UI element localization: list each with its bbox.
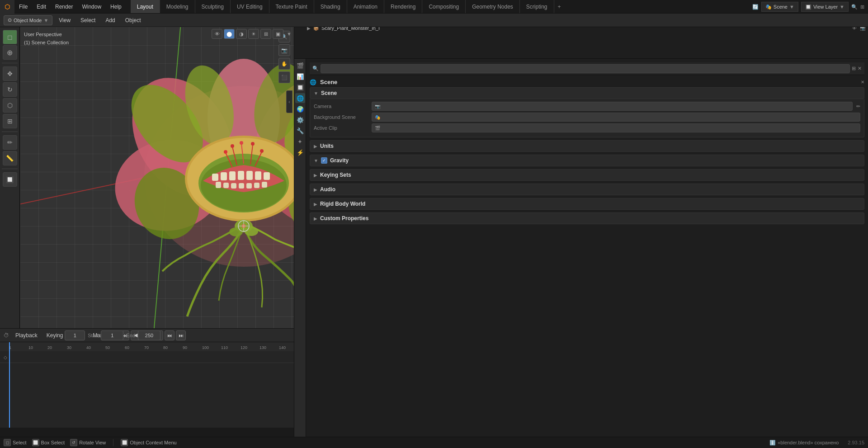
- props-options-btn[interactable]: ✕: [861, 80, 864, 85]
- hand-tool-btn[interactable]: ✋: [278, 58, 290, 70]
- timeline-icon-area: ⏱: [4, 332, 9, 339]
- timeline-playback[interactable]: Playback: [13, 330, 40, 340]
- props-tab-object[interactable]: ⚙️: [295, 115, 305, 125]
- props-tab-particles[interactable]: ✦: [295, 137, 305, 146]
- camera-edit-btn[interactable]: ✏: [856, 104, 860, 109]
- props-tab-render[interactable]: 🎬: [295, 61, 305, 71]
- sidebar-toggle[interactable]: ‹: [286, 90, 292, 113]
- tool-group-top: ◻ ⊕: [0, 30, 19, 60]
- props-section-header-custom-props[interactable]: ▶ Custom Properties: [310, 212, 864, 224]
- props-row-bg-scene: Background Scene 🎭: [314, 113, 860, 122]
- select-tool-btn[interactable]: ◻: [3, 30, 17, 44]
- mode-selector[interactable]: ⊙ Object Mode ▼: [4, 15, 52, 25]
- scene-selector[interactable]: 🎭 Scene ▼: [761, 2, 798, 12]
- timeline-keying[interactable]: Keying: [44, 330, 66, 340]
- tab-scripting[interactable]: Scripting: [520, 0, 554, 13]
- menu-help[interactable]: Help: [106, 0, 126, 13]
- tab-modeling[interactable]: Modeling: [160, 0, 195, 13]
- props-search-input[interactable]: [321, 64, 850, 73]
- tab-rendering[interactable]: Rendering: [384, 0, 422, 13]
- props-value-active-clip[interactable]: 🎬: [372, 123, 860, 132]
- jump-forward-btn[interactable]: ⏭: [165, 330, 175, 340]
- tab-sculpting[interactable]: Sculpting: [195, 0, 231, 13]
- tab-animation[interactable]: Animation: [347, 0, 384, 13]
- fullscreen-btn[interactable]: ⬛: [278, 71, 290, 83]
- header-add[interactable]: Add: [102, 15, 118, 25]
- overlays-btn[interactable]: ⊞: [260, 29, 271, 39]
- end-label: End: [126, 333, 135, 338]
- props-section-header-scene[interactable]: ▼ Scene: [310, 87, 864, 99]
- timeline-header: ⏱ Playback Keying View Marker ⏮ ⏭ ◀ ▶ ▶ …: [0, 328, 294, 342]
- cursor-tool-btn[interactable]: ⊕: [3, 45, 17, 60]
- frame-counter-area: 1 Start 1 End 250: [65, 330, 160, 340]
- rotate-tool-btn[interactable]: ↻: [3, 82, 17, 97]
- scale-tool-btn[interactable]: ⬡: [3, 98, 17, 113]
- tab-uv-editing[interactable]: UV Editing: [231, 0, 269, 13]
- xray-btn[interactable]: ▣: [273, 29, 283, 39]
- viewport-header-right: 👁 ⬤ ◑ ☀ ⊞ ▣ ▼: [212, 27, 292, 41]
- add-cube-btn[interactable]: 🔲: [3, 172, 17, 187]
- props-tab-modifier[interactable]: 🔧: [295, 126, 305, 136]
- rendered-btn[interactable]: ☀: [248, 29, 259, 39]
- view-layer-selector[interactable]: 🔲 View Layer ▼: [801, 2, 849, 12]
- render-preview-btn[interactable]: 👁: [212, 29, 222, 39]
- annotate-tool-btn[interactable]: ✏: [3, 135, 17, 150]
- props-section-header-rigid-body[interactable]: ▶ Rigid Body World: [310, 198, 864, 210]
- props-filter-btn[interactable]: ⊞: [852, 66, 856, 71]
- version-display: 2.93.15: [848, 440, 864, 445]
- mode-label: Object Mode: [14, 18, 42, 23]
- measure-tool-btn[interactable]: 📏: [3, 151, 17, 165]
- props-section-header-audio[interactable]: ▶ Audio: [310, 184, 864, 195]
- tab-shading[interactable]: Shading: [314, 0, 347, 13]
- props-close-btn[interactable]: ✕: [858, 66, 862, 71]
- go-to-end-btn[interactable]: ⏭: [176, 330, 186, 340]
- gravity-checkbox[interactable]: ✓: [321, 157, 327, 164]
- start-frame-input[interactable]: 1: [101, 330, 123, 340]
- props-tab-output[interactable]: 📊: [295, 71, 305, 81]
- tick-110: 110: [221, 345, 228, 350]
- props-tab-viewlayer[interactable]: 🔲: [295, 82, 305, 92]
- status-box-select[interactable]: ⬜ Box Select: [32, 439, 65, 446]
- tab-add[interactable]: +: [554, 0, 565, 13]
- current-frame-display[interactable]: 1: [65, 330, 85, 340]
- camera-view-btn[interactable]: 📷: [278, 44, 290, 56]
- status-context-menu[interactable]: ⬜ Object Context Menu: [121, 439, 176, 446]
- tab-geometry-nodes[interactable]: Geometry Nodes: [466, 0, 520, 13]
- props-label-bg-scene: Background Scene: [314, 114, 368, 120]
- header-object[interactable]: Object: [122, 15, 145, 25]
- header-view[interactable]: View: [55, 15, 74, 25]
- menu-window[interactable]: Window: [77, 0, 106, 13]
- section-title-keying: Keying Sets: [320, 172, 351, 178]
- props-tab-scene[interactable]: 🌐: [295, 93, 305, 103]
- header-dropdown-icon: ▼: [287, 31, 292, 37]
- move-tool-btn[interactable]: ✥: [3, 66, 17, 81]
- menu-edit[interactable]: Edit: [32, 0, 51, 13]
- transform-tool-btn[interactable]: ⊞: [3, 114, 17, 128]
- header-select[interactable]: Select: [77, 15, 99, 25]
- end-frame-input[interactable]: 250: [138, 330, 160, 340]
- props-value-bg-scene[interactable]: 🎭: [372, 113, 860, 122]
- toolbar-divider-2: [2, 132, 17, 132]
- menu-render[interactable]: Render: [51, 0, 77, 13]
- props-section-header-keying[interactable]: ▶ Keying Sets: [310, 169, 864, 181]
- viewport[interactable]: User Perspective (1) Scene Collection: [20, 27, 294, 330]
- props-value-camera[interactable]: 📷: [372, 102, 853, 111]
- top-menu-bar: ⬡ File Edit Render Window Help Layout Mo…: [0, 0, 868, 14]
- toolbar-divider-3: [2, 169, 17, 169]
- solid-view-btn[interactable]: ⬤: [224, 29, 235, 39]
- status-select[interactable]: ◻ Select: [4, 439, 27, 446]
- menu-file[interactable]: File: [14, 0, 32, 13]
- props-section-header-gravity[interactable]: ▼ ✓ Gravity: [310, 155, 864, 166]
- timeline-area[interactable]: 1 10 20 30 40 50 60 70 80 90 100 110 120…: [0, 342, 294, 428]
- section-arrow-audio: ▶: [314, 187, 317, 192]
- material-preview-btn[interactable]: ◑: [236, 29, 247, 39]
- props-tab-world[interactable]: 🌍: [295, 104, 305, 114]
- props-tab-physics[interactable]: ⚡: [295, 147, 305, 157]
- tab-texture-paint[interactable]: Texture Paint: [269, 0, 314, 13]
- status-rotate-view[interactable]: ↺ Rotate View: [70, 439, 106, 446]
- start-label: Start: [88, 333, 98, 338]
- tab-compositing[interactable]: Compositing: [422, 0, 466, 13]
- tick-30: 30: [67, 345, 71, 350]
- tab-layout[interactable]: Layout: [131, 0, 160, 13]
- props-section-header-units[interactable]: ▶ Units: [310, 140, 864, 152]
